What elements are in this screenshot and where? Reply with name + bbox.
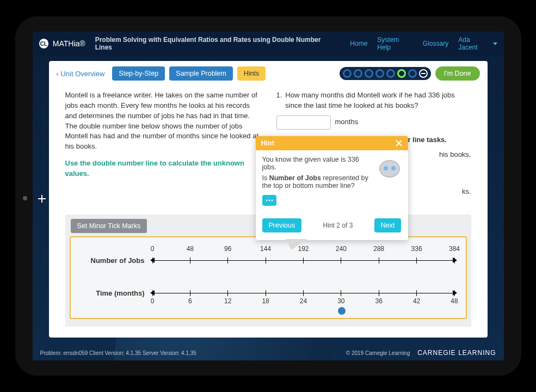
nav-system-help[interactable]: System Help	[377, 36, 413, 51]
lesson-title: Problem Solving with Equivalent Ratios a…	[95, 36, 331, 51]
carnegie-logo: CARNEGIE LEARNING	[417, 349, 496, 357]
bottom-line-label: Time (months)	[81, 289, 151, 297]
progress-dot	[386, 69, 395, 78]
tick-label: 12	[224, 297, 231, 305]
progress-dot	[354, 69, 362, 78]
hint-line-2: Is Number of Jobs represented by the top…	[262, 174, 370, 189]
question-text: How many months did Montell work if he h…	[285, 90, 471, 111]
progress-dot-pending	[419, 69, 428, 78]
hint-footer: Previous Hint 2 of 3 Next	[256, 213, 408, 240]
tablet-home-button[interactable]	[23, 196, 27, 200]
chevron-down-icon	[493, 42, 497, 45]
user-menu[interactable]: Ada Jacent	[458, 36, 497, 51]
chat-icon[interactable]	[262, 195, 276, 206]
progress-indicator	[340, 67, 431, 80]
app-screen: CL MATHia® Problem Solving with Equivale…	[33, 32, 504, 360]
question-number: 1.	[276, 90, 282, 111]
hint-header: Hint	[256, 136, 408, 150]
svg-point-2	[271, 200, 273, 201]
bottom-axis[interactable]: 0612182430364248	[151, 285, 456, 302]
tick-label: 6	[188, 297, 192, 305]
svg-point-0	[266, 200, 267, 201]
arrow-right-icon	[453, 258, 457, 263]
tick-label: 42	[413, 297, 420, 305]
close-icon[interactable]	[395, 139, 403, 147]
hint-previous-button[interactable]: Previous	[262, 218, 302, 232]
tick-label: 384	[449, 245, 460, 253]
question-1: 1. How many months did Montell work if h…	[276, 90, 471, 111]
answer-input-months[interactable]	[276, 115, 331, 130]
arrow-right-icon	[453, 290, 457, 296]
svg-point-1	[268, 200, 270, 201]
brand-badge: CL	[39, 39, 48, 48]
tick-label: 36	[375, 297, 383, 305]
problem-text-col: Montell is a freelance writer. He takes …	[65, 90, 260, 200]
instruction-text: Use the double number line to calculate …	[65, 158, 260, 179]
tick-label: 48	[187, 245, 194, 253]
top-bar: CL MATHia® Problem Solving with Equivale…	[33, 32, 504, 56]
progress-dot-active	[397, 69, 406, 78]
top-line-label: Number of Jobs	[81, 256, 151, 265]
hint-title: Hint	[261, 139, 274, 147]
tick-label: 144	[260, 245, 271, 253]
robot-avatar-icon	[374, 154, 405, 184]
tick-label: 336	[411, 245, 422, 253]
user-name: Ada Jacent	[458, 36, 489, 51]
unit-overview-link[interactable]: ‹ Unit Overview	[57, 70, 108, 78]
tick-label: 96	[224, 245, 231, 253]
tick-label: 24	[300, 297, 307, 305]
hint-counter: Hint 2 of 3	[323, 222, 353, 229]
hints-button[interactable]: Hints	[237, 66, 266, 81]
slider-marker[interactable]	[338, 307, 346, 315]
set-minor-ticks-button[interactable]: Set Minor Tick Marks	[71, 219, 147, 233]
answer-unit: months	[335, 117, 359, 127]
hint-line-1: You know the given value is 336 jobs.	[262, 156, 370, 171]
top-axis[interactable]: 04896144192240288336384	[151, 253, 456, 269]
tick-label: 48	[451, 297, 458, 305]
step-by-step-button[interactable]: Step-by-Step	[112, 66, 165, 81]
brand-name: MATHia®	[53, 39, 85, 48]
number-line-top: Number of Jobs 04896144192240288336384	[81, 253, 456, 269]
nav-home[interactable]: Home	[350, 40, 367, 47]
hint-popover: Hint You know the given value is 336 job…	[256, 136, 408, 240]
workspace-card: ‹ Unit Overview Step-by-Step Sample Prob…	[49, 61, 488, 338]
nav-glossary[interactable]: Glossary	[423, 40, 448, 47]
sparkle-icon	[38, 195, 46, 203]
tick-label: 18	[262, 297, 269, 305]
tick-label: 30	[337, 297, 344, 305]
sample-problem-button[interactable]: Sample Problem	[169, 66, 232, 81]
progress-dot	[343, 69, 352, 78]
progress-dot	[408, 69, 417, 78]
progress-dot	[375, 69, 384, 78]
tick-label: 0	[151, 245, 155, 253]
copyright: © 2019 Carnegie Learning	[346, 350, 410, 356]
hint-next-button[interactable]: Next	[374, 218, 402, 232]
hint-body: You know the given value is 336 jobs. Is…	[256, 150, 408, 213]
tick-label: 288	[373, 245, 384, 253]
progress-dot	[365, 69, 373, 78]
tablet-frame: CL MATHia® Problem Solving with Equivale…	[15, 16, 521, 376]
problem-text: Montell is a freelance writer. He takes …	[65, 90, 260, 152]
hint-tail-icon	[286, 239, 307, 250]
version-info: Problem: errsdn059 Client Version: 4.1.3…	[40, 350, 196, 356]
number-line-bottom: Time (months) 0612182430364248	[81, 285, 456, 302]
im-done-button[interactable]: I'm Done	[435, 66, 480, 81]
status-bar: Problem: errsdn059 Client Version: 4.1.3…	[33, 345, 504, 360]
tick-label: 240	[336, 245, 347, 253]
tick-label: 0	[151, 297, 155, 305]
toolbar: ‹ Unit Overview Step-by-Step Sample Prob…	[49, 66, 488, 86]
double-number-line: Number of Jobs 04896144192240288336384 T…	[70, 236, 467, 319]
